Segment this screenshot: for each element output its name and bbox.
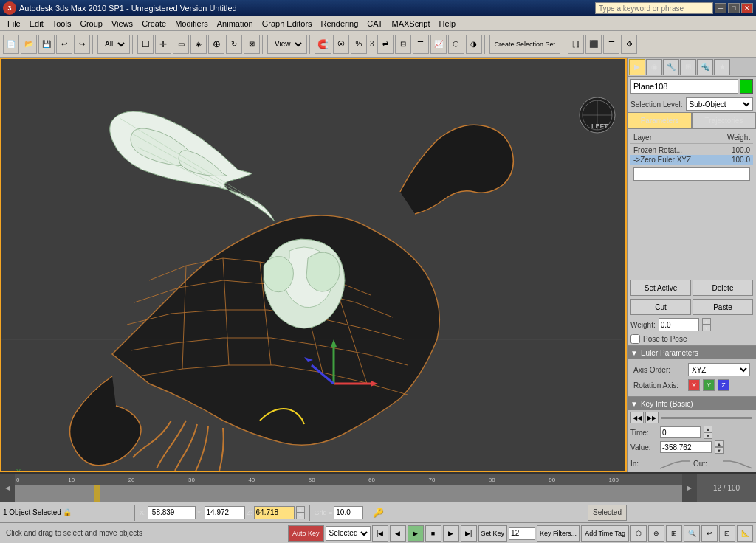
create-panel-icon[interactable]: ★ [714, 59, 730, 75]
menu-cat[interactable]: CAT [362, 18, 387, 29]
menu-views[interactable]: Views [107, 18, 137, 29]
restore-button[interactable]: □ [728, 3, 740, 13]
pose-to-pose-checkbox[interactable] [630, 334, 640, 344]
timeline-scroll-right[interactable]: ▶ [682, 474, 697, 502]
value-input[interactable] [660, 441, 712, 453]
object-name-input[interactable] [630, 79, 738, 94]
minimize-button[interactable]: ─ [715, 3, 726, 13]
menu-maxscript[interactable]: MAXScript [388, 18, 435, 29]
coord-spin-down[interactable]: ▼ [296, 513, 305, 519]
angle-snap-button[interactable]: ⦿ [333, 35, 349, 54]
go-start-button[interactable]: |◀ [372, 525, 388, 542]
value-spin-up[interactable]: ▲ [715, 440, 724, 447]
menu-edit[interactable]: Edit [25, 18, 48, 29]
utility-panel-icon[interactable]: 🔧 [663, 59, 679, 75]
layer-manager-button[interactable]: ☰ [413, 35, 429, 54]
menu-set-btn[interactable]: ☰ [603, 35, 619, 54]
time-spin-down[interactable]: ▼ [704, 432, 712, 439]
move-tool-button[interactable]: ⊕ [208, 35, 224, 54]
select-obj-button[interactable]: ◈ [190, 35, 207, 54]
menu-help[interactable]: Help [435, 18, 461, 29]
ribbon-btn[interactable]: ⟦⟧ [568, 35, 584, 54]
timeline-bar[interactable] [15, 485, 682, 502]
x-input[interactable] [148, 506, 196, 519]
tab-trajectories[interactable]: Trajectories [692, 112, 756, 128]
coord-spin-up[interactable]: ▲ [296, 506, 305, 513]
timeline-scroll-left[interactable]: ◀ [0, 474, 15, 502]
y-axis-button[interactable]: Y [703, 379, 715, 391]
delete-button[interactable]: Delete [693, 280, 753, 296]
coord-spinner[interactable]: ▲ ▼ [296, 506, 305, 519]
layer-row-2[interactable]: ->Zero Euler XYZ 100.0 [630, 155, 753, 165]
curve-editor-button[interactable]: 📈 [430, 35, 447, 54]
auto-key-button[interactable]: Auto Key [288, 525, 324, 542]
play-button[interactable]: ▶ [408, 525, 424, 542]
create-selection-set-btn[interactable]: Create Selection Set [489, 35, 561, 54]
modifier-panel-icon[interactable]: 🔩 [697, 59, 713, 75]
time-spin-up[interactable]: ▲ [704, 426, 712, 432]
material-editor-button[interactable]: ◑ [466, 35, 482, 54]
value-spin-down[interactable]: ▼ [715, 447, 724, 454]
time-input[interactable] [660, 426, 701, 438]
set-active-button[interactable]: Set Active [630, 280, 691, 296]
time-spinner[interactable]: ▲ ▼ [704, 426, 714, 439]
z-input[interactable] [254, 506, 295, 519]
mini-nav-5[interactable]: ↩ [701, 525, 718, 542]
keyinfo-section-header[interactable]: ▼ Key Info (Basic) [628, 397, 756, 410]
weight-spin-down[interactable]: ▼ [702, 325, 711, 331]
mini-nav-1[interactable]: ⬡ [630, 525, 647, 542]
layer-text-input[interactable] [633, 167, 750, 181]
viewport[interactable]: [ + Perspective Smooth + Highlights + Ed… [0, 58, 627, 472]
move-button[interactable]: ✛ [155, 35, 171, 54]
timeline-track-area[interactable]: 0 10 20 30 40 50 60 70 80 90 100 [15, 474, 682, 502]
value-spinner[interactable]: ▲ ▼ [715, 440, 725, 454]
next-frame-button[interactable]: ▶ [443, 525, 459, 542]
current-frame-input[interactable] [509, 527, 535, 540]
close-button[interactable]: ✕ [741, 3, 753, 13]
key-filters-button[interactable]: Key Filters... [537, 525, 580, 542]
undo-button[interactable]: ↩ [56, 35, 72, 54]
mirror-button[interactable]: ⇄ [377, 35, 394, 54]
z-axis-button[interactable]: Z [718, 379, 729, 391]
grid-input[interactable] [334, 506, 363, 519]
align-button[interactable]: ⊟ [395, 35, 411, 54]
settings-btn[interactable]: ⚙ [621, 35, 637, 54]
weight-input[interactable] [659, 318, 699, 331]
select-region-rect[interactable]: ▭ [173, 35, 189, 54]
go-end-button[interactable]: ▶| [461, 525, 477, 542]
mini-nav-2[interactable]: ⊕ [648, 525, 664, 542]
new-button[interactable]: 📄 [3, 35, 19, 54]
view-dropdown-btn[interactable]: View [267, 35, 307, 54]
hierarchy-panel-icon[interactable]: ⊞ [680, 59, 696, 75]
motion-panel-icon[interactable]: ▶ [629, 59, 645, 75]
save-button[interactable]: 💾 [38, 35, 55, 54]
schematic-view-button[interactable]: ⬡ [448, 35, 464, 54]
add-time-tag-button[interactable]: Add Time Tag [581, 525, 629, 542]
stop-button[interactable]: ■ [425, 525, 441, 542]
display-panel-icon[interactable]: ◉ [646, 59, 662, 75]
menu-tools[interactable]: Tools [48, 18, 76, 29]
menu-rendering[interactable]: Rendering [317, 18, 363, 29]
quad-menu-btn[interactable]: ⬛ [585, 35, 602, 54]
timeline-playhead[interactable] [94, 485, 100, 502]
mini-nav-6[interactable]: ⊡ [719, 525, 735, 542]
layer-row-1[interactable]: Frozen Rotat... 100.0 [630, 145, 753, 155]
menu-animation[interactable]: Animation [213, 18, 258, 29]
mini-nav-4[interactable]: 🔍 [684, 525, 700, 542]
view-mode-dropdown[interactable]: View [270, 36, 304, 52]
object-color-swatch[interactable] [740, 79, 753, 94]
key-mode-dropdown[interactable]: Selected [326, 526, 371, 541]
menu-modifiers[interactable]: Modifiers [171, 18, 213, 29]
x-axis-button[interactable]: X [688, 379, 700, 391]
next-key-button[interactable]: ▶▶ [645, 412, 659, 423]
mini-nav-7[interactable]: 📐 [737, 525, 753, 542]
y-input[interactable] [205, 506, 245, 519]
select-filter-btn[interactable]: All [97, 35, 130, 54]
selection-level-dropdown[interactable]: Sub-Object [686, 97, 753, 111]
menu-create[interactable]: Create [137, 18, 171, 29]
percent-snap-button[interactable]: % [351, 35, 367, 54]
weight-spin-up[interactable]: ▲ [702, 318, 711, 325]
menu-group[interactable]: Group [75, 18, 107, 29]
menu-graph-editors[interactable]: Graph Editors [258, 18, 317, 29]
cut-button[interactable]: Cut [630, 299, 691, 315]
